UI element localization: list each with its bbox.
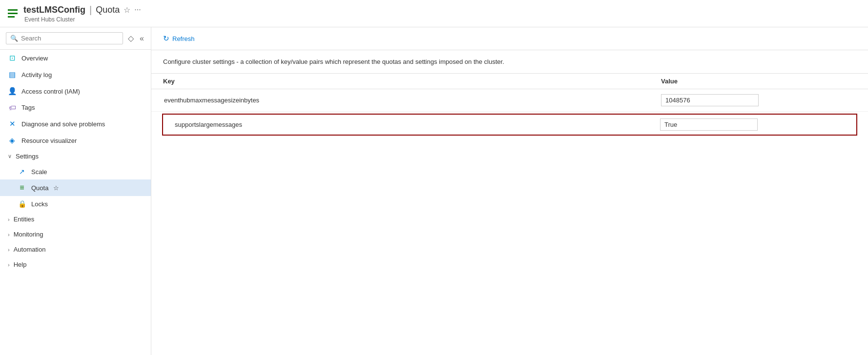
settings-section-label: Settings xyxy=(16,153,39,160)
resource-visualizer-icon: ◈ xyxy=(8,136,17,145)
sidebar-actions: ◇ « xyxy=(127,33,145,44)
help-section-label: Help xyxy=(14,261,27,268)
sidebar-item-locks[interactable]: 🔒 Locks xyxy=(0,196,151,212)
sidebar-item-label: Quota xyxy=(31,184,48,192)
pin-sidebar-button[interactable]: « xyxy=(139,33,145,44)
search-container: 🔍 ◇ « xyxy=(0,27,151,50)
col-value-header: Value xyxy=(661,78,856,85)
search-input[interactable] xyxy=(21,35,119,42)
row-value-container xyxy=(660,118,855,131)
quota-icon: ≡ xyxy=(18,183,26,192)
search-icon: 🔍 xyxy=(10,35,18,42)
entities-chevron-icon: › xyxy=(8,217,10,222)
search-input-wrapper[interactable]: 🔍 xyxy=(6,32,123,44)
scale-icon: ↗ xyxy=(18,168,26,176)
sidebar-item-label: Access control (IAM) xyxy=(21,88,143,95)
sidebar-item-quota[interactable]: ≡ Quota ☆ xyxy=(0,179,151,196)
overview-icon: ⊡ xyxy=(8,54,17,62)
monitoring-section-label: Monitoring xyxy=(14,231,43,238)
table-header: Key Value xyxy=(151,74,868,89)
help-section-header[interactable]: › Help xyxy=(0,257,151,272)
sidebar-item-overview[interactable]: ⊡ Overview xyxy=(0,50,151,66)
automation-section-header[interactable]: › Automation xyxy=(0,242,151,257)
quota-table: Key Value eventhubmaxmessagesizeinbytes … xyxy=(151,74,868,136)
collapse-sidebar-button[interactable]: ◇ xyxy=(127,33,135,44)
sidebar-item-access-control[interactable]: 👤 Access control (IAM) xyxy=(0,83,151,99)
main-layout: 🔍 ◇ « ⊡ Overview ▤ Activity log 👤 Access… xyxy=(0,27,868,355)
description-text: Configure cluster settings - a collectio… xyxy=(163,58,504,65)
sidebar-item-activity-log[interactable]: ▤ Activity log xyxy=(0,66,151,83)
entities-section-header[interactable]: › Entities xyxy=(0,212,151,227)
favorite-star-icon[interactable]: ☆ xyxy=(124,5,130,15)
header-title-group: testLMSConfig | Quota ☆ ··· Event Hubs C… xyxy=(23,4,141,23)
tags-icon: 🏷 xyxy=(8,103,17,112)
diagnose-icon: ✕ xyxy=(8,119,17,128)
row-value-container xyxy=(661,94,856,106)
quota-star-icon[interactable]: ☆ xyxy=(53,184,59,192)
settings-section-header[interactable]: ∨ Settings xyxy=(0,149,151,164)
table-row-highlighted: supportslargemessages xyxy=(162,114,857,136)
hamburger-icon[interactable] xyxy=(8,9,18,18)
content-area: ↻ Refresh Configure cluster settings - a… xyxy=(151,27,868,355)
locks-icon: 🔒 xyxy=(18,200,26,208)
sidebar-item-label: Locks xyxy=(31,200,48,208)
sidebar-item-label: Activity log xyxy=(21,71,143,79)
entities-section-label: Entities xyxy=(14,216,35,223)
resource-name: testLMSConfig xyxy=(23,5,85,15)
sidebar-item-resource-visualizer[interactable]: ◈ Resource visualizer xyxy=(0,132,151,149)
table-row: eventhubmaxmessagesizeinbytes xyxy=(151,89,868,112)
sidebar-item-label: Diagnose and solve problems xyxy=(21,120,143,128)
refresh-icon: ↻ xyxy=(163,34,169,43)
sidebar-item-label: Overview xyxy=(21,55,143,62)
row-key: eventhubmaxmessagesizeinbytes xyxy=(163,97,661,104)
sidebar: 🔍 ◇ « ⊡ Overview ▤ Activity log 👤 Access… xyxy=(0,27,151,355)
automation-section-label: Automation xyxy=(14,246,46,253)
sidebar-item-diagnose[interactable]: ✕ Diagnose and solve problems xyxy=(0,116,151,132)
monitoring-chevron-icon: › xyxy=(8,232,10,237)
sidebar-item-scale[interactable]: ↗ Scale xyxy=(0,164,151,179)
more-options-icon[interactable]: ··· xyxy=(134,5,141,14)
refresh-button[interactable]: ↻ Refresh xyxy=(163,32,195,45)
row-key: supportslargemessages xyxy=(164,121,660,128)
content-toolbar: ↻ Refresh xyxy=(151,27,868,50)
row-value-input[interactable] xyxy=(661,94,759,106)
sidebar-item-label: Resource visualizer xyxy=(21,137,143,144)
col-key-header: Key xyxy=(163,78,661,85)
sidebar-item-label: Tags xyxy=(21,104,143,111)
settings-chevron-icon: ∨ xyxy=(8,153,12,159)
content-description: Configure cluster settings - a collectio… xyxy=(151,50,868,74)
row-value-input[interactable] xyxy=(660,118,758,131)
top-header: testLMSConfig | Quota ☆ ··· Event Hubs C… xyxy=(0,0,868,27)
sidebar-item-tags[interactable]: 🏷 Tags xyxy=(0,99,151,116)
help-chevron-icon: › xyxy=(8,262,10,268)
automation-chevron-icon: › xyxy=(8,247,10,253)
activity-log-icon: ▤ xyxy=(8,70,17,79)
access-control-icon: 👤 xyxy=(8,87,17,96)
sidebar-item-label: Scale xyxy=(31,168,47,176)
header-separator: | xyxy=(89,4,92,16)
refresh-label: Refresh xyxy=(172,35,195,42)
page-title: Quota xyxy=(96,5,120,15)
monitoring-section-header[interactable]: › Monitoring xyxy=(0,227,151,242)
resource-type-label: Event Hubs Cluster xyxy=(24,16,75,23)
